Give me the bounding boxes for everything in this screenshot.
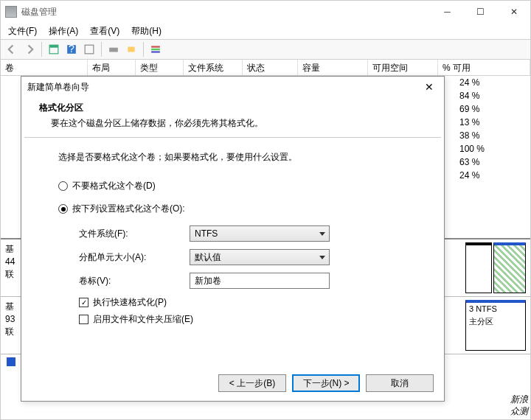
partition-ntfs[interactable]: 3 NTFS 主分区: [465, 300, 526, 351]
svg-rect-6: [128, 47, 134, 52]
pct-value: 100 %: [458, 142, 524, 155]
cancel-button[interactable]: 取消: [366, 374, 434, 392]
input-volume-label[interactable]: [190, 273, 330, 289]
window-title: 磁盘管理: [21, 6, 431, 18]
pct-value: 13 %: [458, 116, 524, 129]
svg-text:?: ?: [69, 44, 74, 55]
select-allocation[interactable]: 默认值: [190, 249, 330, 265]
tool-icon-2[interactable]: [123, 41, 139, 57]
col-volume[interactable]: 卷: [1, 60, 88, 75]
pct-value: 69 %: [458, 102, 524, 116]
radio-label: 按下列设置格式化这个卷(O):: [72, 203, 185, 215]
dialog-title: 新建简单卷向导: [27, 81, 420, 94]
row-allocation: 分配单元大小(A): 默认值: [79, 249, 414, 265]
titlebar: 磁盘管理 ─ ☐ ✕: [1, 1, 530, 23]
checkbox-label: 启用文件和文件夹压缩(E): [93, 313, 193, 326]
column-headers: 卷 布局 类型 文件系统 状态 容量 可用空间 % 可用: [1, 60, 530, 76]
dialog-subheading: 要在这个磁盘分区上储存数据，你必须先将其格式化。: [39, 117, 426, 130]
list-icon[interactable]: [148, 41, 164, 57]
close-button[interactable]: ✕: [497, 1, 530, 23]
app-icon: [5, 6, 17, 18]
checkbox-icon: [79, 315, 88, 324]
separator: [41, 42, 42, 57]
pct-value: 24 %: [458, 76, 524, 89]
partition-black[interactable]: [465, 242, 492, 293]
radio-icon-selected: [58, 204, 68, 214]
col-capacity[interactable]: 容量: [298, 60, 368, 75]
pct-value: 84 %: [458, 89, 524, 102]
col-pct[interactable]: % 可用: [438, 60, 530, 75]
col-free[interactable]: 可用空间: [368, 60, 438, 75]
separator: [143, 42, 144, 57]
svg-rect-7: [151, 46, 160, 47]
dialog-heading: 格式化分区: [39, 102, 426, 114]
dialog-titlebar: 新建简单卷向导 ✕: [21, 77, 444, 97]
checkbox-compression[interactable]: 启用文件和文件夹压缩(E): [79, 313, 414, 326]
dialog-body: 选择是否要格式化这个卷；如果要格式化，要使用什么设置。 不要格式化这个卷(D) …: [21, 138, 444, 326]
forward-button[interactable]: [21, 41, 38, 57]
label-filesystem: 文件系统(F):: [79, 228, 190, 240]
col-layout[interactable]: 布局: [88, 60, 136, 75]
back-button[interactable]: [4, 41, 20, 57]
radio-label: 不要格式化这个卷(D): [72, 180, 156, 192]
svg-rect-5: [109, 48, 118, 52]
pct-value: 38 %: [458, 129, 524, 142]
dialog-close-button[interactable]: ✕: [420, 78, 438, 96]
pct-column: 24 % 84 % 69 % 13 % 38 % 100 % 63 % 24 %: [458, 76, 524, 182]
menubar: 文件(F) 操作(A) 查看(V) 帮助(H): [1, 23, 530, 39]
row-volume-label: 卷标(V):: [79, 273, 414, 289]
menu-action[interactable]: 操作(A): [44, 24, 83, 39]
label-allocation: 分配单元大小(A):: [79, 251, 190, 264]
col-type[interactable]: 类型: [136, 60, 184, 75]
menu-view[interactable]: 查看(V): [86, 24, 124, 39]
new-volume-wizard-dialog: 新建简单卷向导 ✕ 格式化分区 要在这个磁盘分区上储存数据，你必须先将其格式化。…: [21, 76, 445, 402]
svg-rect-8: [151, 49, 160, 50]
row-filesystem: 文件系统(F): NTFS: [79, 225, 414, 242]
checkbox-icon-checked: ✓: [79, 298, 88, 307]
radio-no-format[interactable]: 不要格式化这个卷(D): [58, 180, 414, 192]
radio-format[interactable]: 按下列设置格式化这个卷(O):: [58, 203, 414, 215]
back-button[interactable]: < 上一步(B): [218, 374, 286, 392]
pct-value: 63 %: [458, 155, 524, 169]
next-button[interactable]: 下一步(N) >: [292, 374, 360, 392]
tool-icon-1[interactable]: [105, 41, 122, 57]
dialog-prompt: 选择是否要格式化这个卷；如果要格式化，要使用什么设置。: [58, 151, 414, 164]
refresh-button[interactable]: [81, 41, 97, 57]
col-status[interactable]: 状态: [243, 60, 298, 75]
menu-file[interactable]: 文件(F): [4, 24, 41, 39]
checkbox-label: 执行快速格式化(P): [93, 296, 167, 309]
dialog-buttons: < 上一步(B) 下一步(N) > 取消: [218, 374, 434, 392]
partition-hatched[interactable]: [493, 242, 526, 293]
view-button[interactable]: [46, 41, 62, 57]
checkbox-quick-format[interactable]: ✓ 执行快速格式化(P): [79, 296, 414, 309]
radio-icon: [58, 181, 68, 191]
col-fs[interactable]: 文件系统: [184, 60, 243, 75]
legend-swatch: [7, 357, 15, 366]
menu-help[interactable]: 帮助(H): [127, 24, 166, 39]
pct-value: 24 %: [458, 169, 524, 182]
dialog-header: 格式化分区 要在这个磁盘分区上储存数据，你必须先将其格式化。: [21, 97, 444, 137]
svg-rect-1: [49, 45, 58, 47]
svg-rect-4: [85, 45, 94, 54]
select-filesystem[interactable]: NTFS: [190, 225, 330, 242]
maximize-button[interactable]: ☐: [464, 1, 497, 23]
minimize-button[interactable]: ─: [431, 1, 464, 23]
toolbar: ?: [1, 39, 530, 60]
help-icon[interactable]: ?: [63, 41, 80, 57]
svg-rect-9: [151, 51, 160, 52]
label-volume: 卷标(V):: [79, 275, 190, 287]
separator: [101, 42, 102, 57]
